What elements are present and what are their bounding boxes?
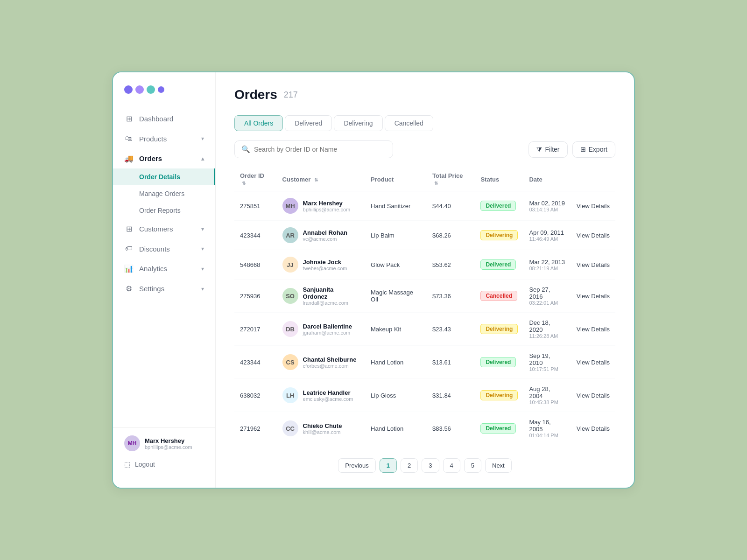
col-product: Product [365,168,427,191]
table-row: 548668 JJ Johnsie Jock tweber@acme.com G… [234,250,615,280]
filter-button[interactable]: ⧩ Filter [529,141,567,158]
logo-dot-1 [124,85,133,94]
export-button[interactable]: ⊞ Export [572,141,615,158]
cell-action: View Details [571,412,615,445]
search-input[interactable] [254,146,386,153]
pagination-page-4[interactable]: 4 [443,458,460,473]
view-details-button[interactable]: View Details [577,359,610,366]
tab-all-orders[interactable]: All Orders [234,115,283,131]
cell-date: Sep 27, 2016 03:22:01 AM [523,280,571,313]
pagination-next[interactable]: Next [485,458,512,473]
view-details-button[interactable]: View Details [577,293,610,300]
sidebar-item-analytics[interactable]: 📊 Analytics ▾ [113,259,215,279]
cell-customer: LH Leatrice Handler emclusky@acme.com [277,379,365,412]
col-status: Status [475,168,523,191]
customer-avatar: MH [282,198,298,214]
order-count: 217 [284,90,298,100]
date-main: Mar 02, 2019 [529,200,565,207]
pagination: Previous 1 2 3 4 5 Next [234,458,615,473]
avatar: MH [124,435,140,451]
cell-date: Mar 02, 2019 03:14:19 AM [523,191,571,221]
customer-email: cforbes@acme.com [303,363,357,369]
sidebar-item-dashboard[interactable]: ⊞ Dashboard [113,109,215,129]
cell-price: $31.84 [427,379,475,412]
chevron-down-icon: ▾ [201,226,204,232]
view-details-button[interactable]: View Details [577,425,610,432]
page-title: Orders [234,87,277,102]
cell-customer: CS Chantal Shelburne cforbes@acme.com [277,346,365,379]
pagination-page-2[interactable]: 2 [401,458,418,473]
view-details-button[interactable]: View Details [577,232,610,239]
cell-customer: SO Sanjuanita Ordonez lrandall@acme.com [277,280,365,313]
date-main: Sep 19, 2010 [529,352,565,366]
sidebar-item-orders[interactable]: 🚚 Orders ▴ [113,148,215,168]
sidebar-item-products[interactable]: 🛍 Products ▾ [113,129,215,148]
sidebar-sub-order-details[interactable]: Order Details [113,168,215,185]
logo-dot-4 [158,86,164,93]
pagination-page-1[interactable]: 1 [380,458,397,473]
table-row: 638032 LH Leatrice Handler emclusky@acme… [234,379,615,412]
sub-item-label: Manage Orders [139,190,184,197]
customers-icon: ⊞ [124,224,134,233]
sidebar-sub-manage-orders[interactable]: Manage Orders [113,185,215,202]
view-details-button[interactable]: View Details [577,326,610,333]
cell-order-id: 548668 [234,250,277,280]
settings-icon: ⚙ [124,284,134,293]
search-actions-row: 🔍 ⧩ Filter ⊞ Export [234,140,615,158]
cell-status: Delivered [475,412,523,445]
cell-product: Hand Lotion [365,346,427,379]
tab-delivering[interactable]: Delivering [334,115,382,131]
sidebar-sub-order-reports[interactable]: Order Reports [113,202,215,219]
cell-price: $68.26 [427,221,475,250]
col-total-price[interactable]: Total Price ⇅ [427,168,475,191]
customer-name: Marx Hershey [303,200,351,207]
logout-button[interactable]: ⬚ Logout [124,458,204,471]
user-name: Marx Hershey [145,437,192,444]
sidebar-item-discounts[interactable]: 🏷 Discounts ▾ [113,239,215,259]
cell-status: Delivered [475,191,523,221]
cell-action: View Details [571,250,615,280]
cell-order-id: 275851 [234,191,277,221]
status-badge: Delivered [480,201,516,211]
view-details-button[interactable]: View Details [577,261,610,268]
sidebar-item-label: Dashboard [139,115,173,123]
cell-product: Makeup Kit [365,313,427,346]
orders-icon: 🚚 [124,154,134,163]
customer-email: emclusky@acme.com [303,396,353,402]
sidebar-item-settings[interactable]: ⚙ Settings ▾ [113,279,215,299]
view-details-button[interactable]: View Details [577,392,610,399]
cell-date: Sep 19, 2010 10:17:51 PM [523,346,571,379]
chevron-up-icon: ▴ [201,155,204,162]
chevron-down-icon: ▾ [201,266,204,272]
status-badge: Cancelled [480,291,517,301]
date-main: Aug 28, 2004 [529,385,565,399]
search-box[interactable]: 🔍 [234,140,393,158]
tab-delivered[interactable]: Delivered [285,115,332,131]
date-main: Mar 22, 2013 [529,259,565,266]
cell-price: $73.36 [427,280,475,313]
cell-action: View Details [571,313,615,346]
export-label: Export [589,146,607,153]
customer-email: khill@acme.com [303,429,342,435]
user-email: bphillips@acme.com [145,444,192,450]
sidebar-item-label: Products [139,135,167,143]
tab-cancelled[interactable]: Cancelled [385,115,433,131]
cell-action: View Details [571,280,615,313]
logout-label: Logout [135,461,155,468]
sidebar: ⊞ Dashboard 🛍 Products ▾ 🚚 Orders ▴ Orde… [113,72,216,488]
col-order-id[interactable]: Order ID ⇅ [234,168,277,191]
table-row: 272017 DB Darcel Ballentine jgraham@acme… [234,313,615,346]
sub-item-label: Order Reports [139,207,181,214]
status-badge: Delivering [480,324,518,334]
view-details-button[interactable]: View Details [577,203,610,210]
pagination-page-3[interactable]: 3 [422,458,439,473]
sidebar-item-label: Settings [139,285,164,293]
orders-table: Order ID ⇅ Customer ⇅ Product Total Pric… [234,168,615,445]
customer-name: Johnsie Jock [303,259,347,266]
status-badge: Delivered [480,259,516,270]
pagination-page-5[interactable]: 5 [464,458,481,473]
table-row: 275851 MH Marx Hershey bphillips@acme.co… [234,191,615,221]
sidebar-item-customers[interactable]: ⊞ Customers ▾ [113,219,215,239]
pagination-previous[interactable]: Previous [338,458,376,473]
col-customer[interactable]: Customer ⇅ [277,168,365,191]
